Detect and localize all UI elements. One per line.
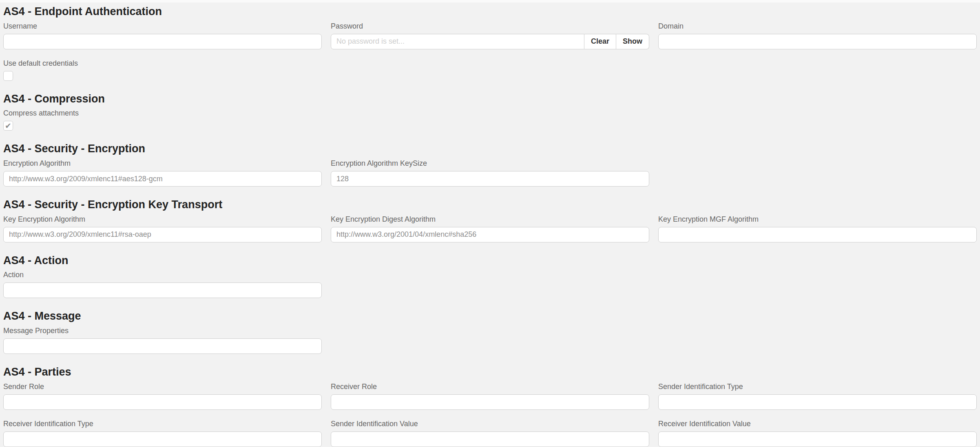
section-parties: AS4 - Parties Sender Role Receiver Role … [3, 366, 977, 447]
compress-attachments-label: Compress attachments [3, 109, 977, 118]
domain-input[interactable] [658, 34, 977, 49]
message-properties-field-group: Message Properties [3, 327, 322, 354]
section-endpoint-authentication: AS4 - Endpoint Authentication Username P… [3, 6, 977, 81]
receiver-role-input[interactable] [331, 394, 649, 410]
key-encryption-mgf-field-group: Key Encryption MGF Algorithm [658, 215, 977, 242]
message-spacer-2 [658, 327, 977, 354]
section-security-encryption: AS4 - Security - Encryption Encryption A… [3, 143, 977, 187]
message-properties-input[interactable] [3, 338, 322, 354]
section-title-message: AS4 - Message [3, 310, 977, 322]
section-encryption-key-transport: AS4 - Security - Encryption Key Transpor… [3, 199, 977, 242]
receiver-role-label: Receiver Role [331, 383, 649, 391]
password-input-group: Clear Show [331, 34, 649, 49]
encryption-keysize-field-group: Encryption Algorithm KeySize [331, 159, 649, 187]
encryption-algorithm-label: Encryption Algorithm [3, 159, 322, 168]
use-default-credentials-checkbox[interactable] [3, 71, 13, 81]
key-encryption-algorithm-label: Key Encryption Algorithm [3, 215, 322, 224]
action-spacer-1 [331, 271, 649, 298]
sender-identification-value-label: Sender Identification Value [331, 420, 649, 428]
checkmark-icon: ✔ [5, 122, 11, 130]
section-action: AS4 - Action Action [3, 255, 977, 298]
compress-attachments-field: Compress attachments ✔ [3, 109, 977, 131]
username-input[interactable] [3, 34, 322, 49]
key-encryption-digest-input[interactable] [331, 227, 649, 242]
action-field-group: Action [3, 271, 322, 298]
section-title-compression: AS4 - Compression [3, 93, 977, 105]
section-title-endpoint-authentication: AS4 - Endpoint Authentication [3, 6, 977, 18]
receiver-identification-type-input[interactable] [3, 431, 322, 447]
as4-settings-form: AS4 - Endpoint Authentication Username P… [0, 2, 980, 447]
encryption-spacer [658, 159, 977, 187]
domain-field-group: Domain [658, 22, 977, 49]
key-encryption-mgf-input[interactable] [658, 227, 977, 242]
sender-identification-value-field-group: Sender Identification Value [331, 420, 649, 447]
sender-role-field-group: Sender Role [3, 383, 322, 410]
password-field-group: Password Clear Show [331, 22, 649, 49]
section-title-encryption-key-transport: AS4 - Security - Encryption Key Transpor… [3, 199, 977, 211]
sender-identification-type-label: Sender Identification Type [658, 383, 977, 391]
compress-attachments-checkbox[interactable]: ✔ [3, 121, 13, 131]
section-title-security-encryption: AS4 - Security - Encryption [3, 143, 977, 155]
use-default-credentials-label: Use default credentials [3, 59, 977, 68]
clear-password-button[interactable]: Clear [584, 34, 616, 49]
password-label: Password [331, 22, 649, 31]
receiver-identification-value-input[interactable] [658, 431, 977, 447]
sender-identification-type-input[interactable] [658, 394, 977, 410]
message-properties-label: Message Properties [3, 327, 322, 335]
section-title-parties: AS4 - Parties [3, 366, 977, 378]
encryption-keysize-input[interactable] [331, 171, 649, 187]
key-encryption-digest-label: Key Encryption Digest Algorithm [331, 215, 649, 224]
encryption-algorithm-field-group: Encryption Algorithm [3, 159, 322, 187]
receiver-role-field-group: Receiver Role [331, 383, 649, 410]
encryption-algorithm-input[interactable] [3, 171, 322, 187]
key-encryption-algorithm-field-group: Key Encryption Algorithm [3, 215, 322, 242]
section-message: AS4 - Message Message Properties [3, 310, 977, 354]
key-encryption-algorithm-input[interactable] [3, 227, 322, 242]
sender-identification-value-input[interactable] [331, 431, 649, 447]
use-default-credentials-field: Use default credentials [3, 59, 977, 81]
show-password-button[interactable]: Show [616, 34, 649, 49]
username-label: Username [3, 22, 322, 31]
password-input[interactable] [331, 34, 584, 49]
domain-label: Domain [658, 22, 977, 31]
key-encryption-mgf-label: Key Encryption MGF Algorithm [658, 215, 977, 224]
receiver-identification-type-field-group: Receiver Identification Type [3, 420, 322, 447]
section-title-action: AS4 - Action [3, 255, 977, 267]
sender-role-input[interactable] [3, 394, 322, 410]
message-spacer-1 [331, 327, 649, 354]
action-spacer-2 [658, 271, 977, 298]
action-label: Action [3, 271, 322, 279]
receiver-identification-value-label: Receiver Identification Value [658, 420, 977, 428]
username-field-group: Username [3, 22, 322, 49]
sender-identification-type-field-group: Sender Identification Type [658, 383, 977, 410]
sender-role-label: Sender Role [3, 383, 322, 391]
receiver-identification-type-label: Receiver Identification Type [3, 420, 322, 428]
action-input[interactable] [3, 282, 322, 298]
receiver-identification-value-field-group: Receiver Identification Value [658, 420, 977, 447]
encryption-keysize-label: Encryption Algorithm KeySize [331, 159, 649, 168]
section-compression: AS4 - Compression Compress attachments ✔ [3, 93, 977, 131]
key-encryption-digest-field-group: Key Encryption Digest Algorithm [331, 215, 649, 242]
